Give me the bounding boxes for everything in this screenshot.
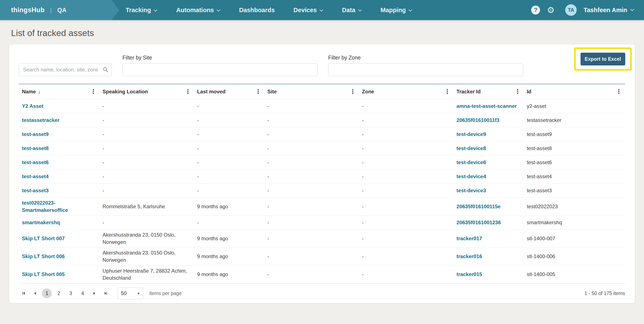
nav-item-mapping[interactable]: Mapping bbox=[380, 7, 412, 14]
tracker-id-link[interactable]: 20635f016100115e bbox=[456, 203, 501, 210]
table-row: test-asset3 - - - - test-device3 test-as… bbox=[19, 184, 625, 198]
pager: 1234 50 ▼ items per page 1 - 50 of 175 i… bbox=[19, 283, 625, 303]
help-icon[interactable]: ? bbox=[531, 6, 540, 15]
user-menu[interactable]: Tashfeen Amin bbox=[584, 7, 634, 14]
zone-cell: - bbox=[359, 169, 454, 183]
table-row: Skip LT Short 005 Uphuser Heerstraße 7, … bbox=[19, 266, 625, 283]
last-moved-cell: - bbox=[194, 169, 264, 183]
chevron-down-icon bbox=[154, 9, 158, 12]
nav-item-dashboards[interactable]: Dashboards bbox=[239, 7, 275, 14]
table-row: smartmakershq - - - - 20635f0161001236 s… bbox=[19, 215, 625, 230]
column-header-label: Name bbox=[22, 89, 36, 95]
search-icon bbox=[103, 67, 108, 73]
asset-name-link[interactable]: test-asset9 bbox=[22, 131, 48, 138]
items-per-page-label: items per page bbox=[149, 290, 182, 296]
column-header[interactable]: Tracker Id ⋮ bbox=[454, 84, 524, 99]
zone-cell: - bbox=[359, 247, 454, 265]
column-header[interactable]: Zone ⋮ bbox=[359, 84, 454, 99]
page-size-select[interactable]: 50 ▼ bbox=[118, 287, 143, 299]
zone-filter-input[interactable] bbox=[328, 63, 523, 76]
page-number-button[interactable]: 4 bbox=[78, 288, 88, 298]
last-page-button[interactable] bbox=[101, 288, 110, 298]
page-title: List of tracked assets bbox=[11, 28, 644, 38]
speaking-location-cell: Uphuser Heerstraße 7, 28832 Achim, Deuts… bbox=[100, 266, 194, 283]
column-menu-icon[interactable]: ⋮ bbox=[514, 89, 521, 95]
tracker-id-link[interactable]: amna-test-asset-scanner bbox=[456, 103, 517, 110]
asset-name-link[interactable]: Y2 Asset bbox=[22, 103, 44, 110]
export-to-excel-button[interactable]: Export to Excel bbox=[580, 53, 625, 66]
column-menu-icon[interactable]: ⋮ bbox=[444, 89, 451, 95]
column-menu-icon[interactable]: ⋮ bbox=[255, 89, 262, 95]
avatar[interactable]: TA bbox=[565, 4, 577, 16]
gear-icon[interactable]: ⚙ bbox=[547, 6, 554, 14]
page-number-button[interactable]: 1 bbox=[42, 288, 52, 298]
tracker-id-link[interactable]: tracker016 bbox=[456, 253, 482, 260]
asset-name-link[interactable]: smartmakershq bbox=[22, 219, 60, 226]
tracker-id-link[interactable]: test-device8 bbox=[456, 145, 486, 152]
last-moved-cell: 9 months ago bbox=[194, 230, 264, 247]
last-moved-cell: - bbox=[194, 99, 264, 113]
asset-name-link[interactable]: test-asset4 bbox=[22, 173, 48, 180]
sort-desc-icon: ↓ bbox=[38, 89, 40, 95]
id-cell: test-asset8 bbox=[524, 141, 625, 155]
asset-name-link[interactable]: Skip LT Short 006 bbox=[22, 253, 65, 260]
asset-name-link[interactable]: test-asset6 bbox=[22, 159, 48, 166]
site-filter-input[interactable] bbox=[122, 63, 318, 76]
column-menu-icon[interactable]: ⋮ bbox=[185, 89, 191, 95]
speaking-location-cell: Rommelstraße 5, Karlsruhe bbox=[100, 198, 194, 215]
nav-item-data[interactable]: Data bbox=[342, 7, 362, 14]
nav-item-label: Mapping bbox=[380, 7, 406, 14]
first-page-button[interactable] bbox=[19, 288, 29, 298]
last-moved-cell: - bbox=[194, 127, 264, 141]
asset-name-link[interactable]: test-asset8 bbox=[22, 145, 48, 152]
page-number-button[interactable]: 3 bbox=[66, 288, 76, 298]
speaking-location-cell: Akershusstranda 23, 0150 Oslo, Norwegen bbox=[100, 230, 194, 247]
chevron-down-icon bbox=[320, 9, 323, 12]
column-header[interactable]: Speaking Location ⋮ bbox=[100, 84, 194, 99]
tracker-id-link[interactable]: test-device6 bbox=[456, 159, 486, 166]
brand: thingsHub | QA bbox=[0, 0, 119, 20]
column-menu-icon[interactable]: ⋮ bbox=[350, 89, 356, 95]
page-content: List of tracked assets Filter by Site Fi… bbox=[0, 28, 644, 303]
column-menu-icon[interactable]: ⋮ bbox=[90, 89, 97, 95]
asset-name-link[interactable]: Skip LT Short 005 bbox=[22, 271, 65, 278]
column-menu-icon[interactable]: ⋮ bbox=[616, 89, 622, 95]
last-moved-cell: - bbox=[194, 113, 264, 127]
tracker-id-link[interactable]: 20635f0161001236 bbox=[456, 219, 501, 226]
site-cell: - bbox=[264, 266, 359, 283]
asset-name-link[interactable]: test-asset3 bbox=[22, 187, 48, 194]
asset-name-link[interactable]: testassetracker bbox=[22, 117, 60, 124]
tracker-id-link[interactable]: test-device3 bbox=[456, 187, 486, 194]
asset-name-link[interactable]: Skip LT Short 007 bbox=[22, 235, 65, 242]
nav-item-tracking[interactable]: Tracking bbox=[126, 7, 158, 14]
tracker-id-link[interactable]: test-device9 bbox=[456, 131, 486, 138]
tracker-id-link[interactable]: tracker015 bbox=[456, 271, 482, 278]
page-size-value: 50 bbox=[121, 290, 127, 296]
last-moved-cell: 9 months ago bbox=[194, 247, 264, 265]
nav-item-automations[interactable]: Automations bbox=[176, 7, 220, 14]
nav-item-devices[interactable]: Devices bbox=[294, 7, 323, 14]
site-filter: Filter by Site bbox=[122, 55, 318, 76]
table-row: Skip LT Short 006 Akershusstranda 23, 01… bbox=[19, 247, 625, 265]
last-moved-cell: - bbox=[194, 141, 264, 155]
column-header[interactable]: Name ↓ ⋮ bbox=[19, 84, 100, 99]
page-number-button[interactable]: 2 bbox=[54, 288, 64, 298]
column-header[interactable]: Id ⋮ bbox=[524, 84, 625, 99]
next-page-button[interactable] bbox=[89, 288, 99, 298]
tracker-id-link[interactable]: tracker017 bbox=[456, 235, 482, 242]
prev-page-button[interactable] bbox=[30, 288, 40, 298]
id-cell: y2-asset bbox=[524, 99, 625, 113]
asset-name-link[interactable]: test02022023-Smartmakersoffice bbox=[22, 199, 97, 214]
nav-item-label: Dashboards bbox=[239, 7, 275, 14]
annotation-highlight: Export to Excel bbox=[574, 47, 632, 71]
tracker-id-link[interactable]: 20635f01610011f3 bbox=[456, 117, 500, 124]
column-header[interactable]: Last moved ⋮ bbox=[194, 84, 264, 99]
column-header[interactable]: Site ⋮ bbox=[264, 84, 359, 99]
column-header-label: Id bbox=[527, 89, 531, 95]
search-input[interactable] bbox=[19, 63, 112, 76]
column-header-label: Site bbox=[268, 89, 277, 95]
page-list: 1234 bbox=[42, 288, 88, 298]
last-moved-cell: - bbox=[194, 155, 264, 169]
main-nav: Tracking Automations Dashboards Devices … bbox=[126, 7, 412, 14]
tracker-id-link[interactable]: test-device4 bbox=[456, 173, 486, 180]
